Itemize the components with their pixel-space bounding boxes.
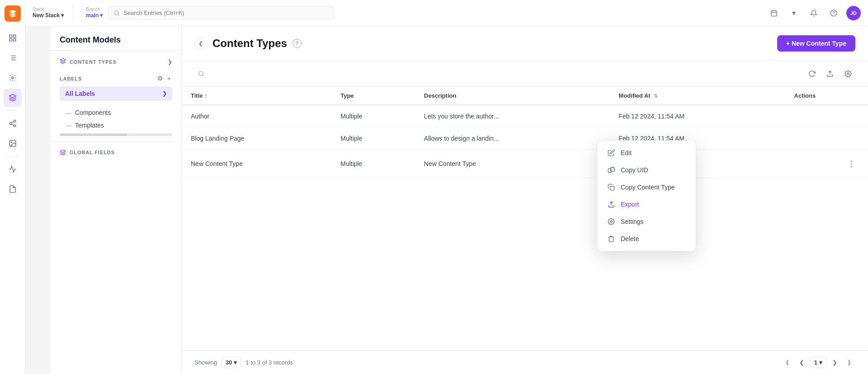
fields-icon[interactable] <box>4 69 22 87</box>
labels-actions: ⚙ ＋ <box>157 75 172 83</box>
row-actions-button[interactable]: ⋮ <box>844 157 859 170</box>
workflow-icon[interactable] <box>4 114 22 133</box>
col-actions: Actions <box>785 87 868 105</box>
topbar-divider <box>73 6 73 20</box>
first-page-btn[interactable]: ⟪ <box>781 356 794 369</box>
content-types-section: CONTENT TYPES ❯ <box>51 51 181 69</box>
global-search[interactable] <box>108 6 334 19</box>
entries-icon[interactable] <box>4 49 22 67</box>
content-types-chevron[interactable]: ❯ <box>168 59 172 65</box>
assets-icon[interactable] <box>4 134 22 152</box>
stack-label: Stack <box>33 6 64 12</box>
chevron-down-icon: ▾ <box>61 12 64 19</box>
help-icon[interactable]: ? <box>292 39 302 48</box>
topbar: Stack New Stack ▾ Branch main ▾ ▾ JD <box>25 0 868 26</box>
content-types-header[interactable]: CONTENT TYPES ❯ <box>60 58 172 66</box>
notifications-btn[interactable] <box>807 6 821 20</box>
cell-modified-at: Feb 12 2024, 11:54 AM <box>609 105 785 128</box>
menu-item-label: Export <box>621 201 639 208</box>
new-content-type-button[interactable]: + New Content Type <box>777 35 855 52</box>
cell-actions: ⋮ <box>785 150 868 178</box>
table-container: Title ↑ Type Description Modified At ⇅ <box>182 87 868 350</box>
cell-type: Multiple <box>331 105 415 128</box>
refresh-icon <box>808 70 816 77</box>
content-types-title: CONTENT TYPES <box>60 58 117 66</box>
col-title[interactable]: Title ↑ <box>182 87 331 105</box>
sidebar-title: Content Models <box>51 26 181 51</box>
sort-icon: ↑ <box>204 92 208 99</box>
global-fields-section: GLOBAL FIELDS <box>51 142 181 163</box>
releases-icon[interactable] <box>4 160 22 178</box>
help-btn[interactable] <box>826 6 841 20</box>
export-button[interactable] <box>823 66 837 81</box>
svg-rect-21 <box>771 10 777 16</box>
branch-label: Branch <box>86 6 103 12</box>
labels-header: LABELS ⚙ ＋ <box>60 75 172 83</box>
export-icon <box>607 200 615 208</box>
current-page[interactable]: 1 ▾ <box>810 357 826 368</box>
back-button[interactable]: ❮ <box>194 37 207 50</box>
chevron-down-btn[interactable]: ▾ <box>787 6 801 20</box>
svg-point-14 <box>14 125 16 127</box>
pagination: ⟪ ❮ 1 ▾ ❯ ⟫ <box>781 356 855 369</box>
table-toolbar <box>182 61 868 87</box>
branch-name: main ▾ <box>86 12 103 19</box>
chevron-down-icon: ▾ <box>100 12 103 19</box>
cell-title: Blog Landing Page <box>182 128 331 150</box>
add-label-icon[interactable]: ＋ <box>166 75 172 83</box>
settings-button[interactable] <box>841 66 855 81</box>
next-page-btn[interactable]: ❯ <box>828 356 841 369</box>
sub-items: — Components — Templates <box>51 106 181 132</box>
col-type[interactable]: Type <box>331 87 415 105</box>
menu-item-copy-content-type[interactable]: Copy Content Type <box>601 179 692 196</box>
user-avatar[interactable]: JD <box>846 6 861 20</box>
menu-item-delete[interactable]: Delete <box>601 230 692 247</box>
content-models-icon[interactable] <box>4 89 22 107</box>
help-circle-icon <box>830 9 837 17</box>
col-modified-at[interactable]: Modified At ⇅ <box>609 87 785 105</box>
table-search[interactable] <box>194 68 208 80</box>
audit-icon[interactable] <box>4 180 22 198</box>
per-page-select[interactable]: 30 ▾ <box>222 357 241 368</box>
global-fields-title[interactable]: GLOBAL FIELDS <box>60 149 172 156</box>
sidebar-scrollbar[interactable] <box>51 133 181 136</box>
refresh-button[interactable] <box>805 66 819 81</box>
prev-page-btn[interactable]: ❮ <box>796 356 808 369</box>
settings-icon <box>607 218 615 226</box>
svg-rect-3 <box>13 39 15 41</box>
app-logo[interactable] <box>5 5 21 22</box>
menu-item-edit[interactable]: Edit <box>601 144 692 161</box>
components-item[interactable]: — Components <box>60 106 181 119</box>
svg-point-19 <box>115 10 119 14</box>
search-input[interactable] <box>123 9 328 16</box>
content-types-table: Title ↑ Type Description Modified At ⇅ <box>182 87 868 178</box>
cell-title: Author <box>182 105 331 128</box>
edit-icon <box>607 149 615 157</box>
svg-rect-35 <box>610 186 614 190</box>
svg-point-12 <box>14 120 16 123</box>
dashboard-icon[interactable] <box>4 29 22 47</box>
page-chevron-down: ▾ <box>819 359 822 366</box>
stack-switcher[interactable]: Stack New Stack ▾ <box>33 6 64 19</box>
search-icon <box>114 10 120 16</box>
templates-item[interactable]: — Templates <box>60 119 181 132</box>
all-labels-item[interactable]: All Labels ❯ <box>60 86 172 101</box>
svg-rect-0 <box>9 35 12 37</box>
settings-icon[interactable]: ⚙ <box>157 75 163 83</box>
svg-point-13 <box>9 123 12 125</box>
cell-description: Lets you store the author... <box>415 105 610 128</box>
col-description[interactable]: Description <box>415 87 610 105</box>
calendar-icon <box>770 9 778 17</box>
menu-item-settings[interactable]: Settings <box>601 213 692 230</box>
showing-label: Showing <box>194 359 217 366</box>
labels-section: LABELS ⚙ ＋ All Labels ❯ <box>51 69 181 106</box>
rail-divider-1 <box>6 110 19 111</box>
menu-item-copy-uid[interactable]: Copy UID <box>601 161 692 179</box>
branch-switcher[interactable]: Branch main ▾ <box>86 6 103 19</box>
menu-item-label: Delete <box>621 235 639 242</box>
menu-item-label: Copy UID <box>621 166 648 174</box>
calendar-icon-btn[interactable] <box>767 6 781 20</box>
menu-item-export[interactable]: Export <box>601 196 692 213</box>
svg-point-29 <box>199 71 203 76</box>
last-page-btn[interactable]: ⟫ <box>843 356 855 369</box>
